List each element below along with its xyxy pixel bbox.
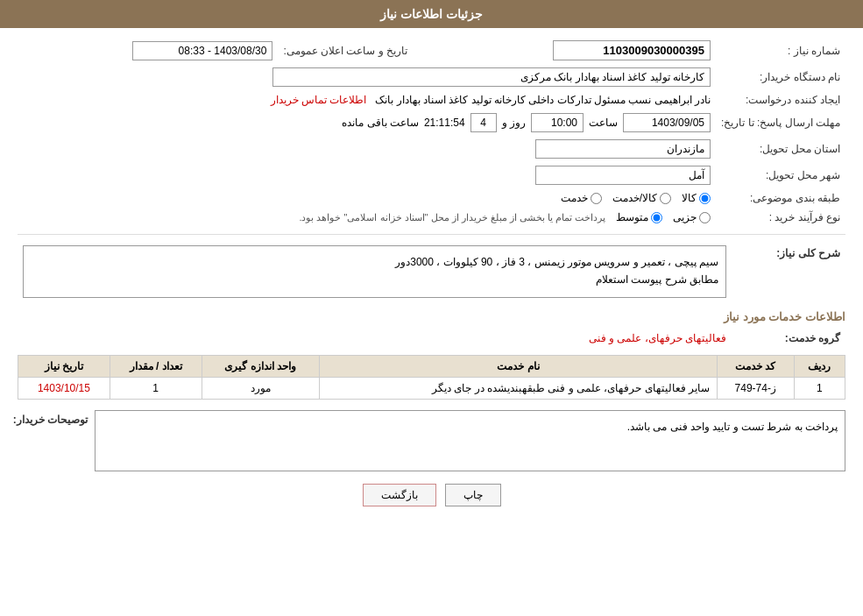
cell-kod: ز-74-749: [717, 378, 794, 400]
page-wrapper: جزئیات اطلاعات نیاز شماره نیاز : 1103009…: [0, 0, 863, 616]
row-sharh: شرح کلی نیاز: سیم پیچی ، تعمیر و سرویس م…: [18, 242, 845, 301]
info-table: شماره نیاز : 1103009030000395 تاریخ و سا…: [18, 37, 845, 227]
radio-jozii-input[interactable]: [699, 212, 711, 223]
farayand-label: نوع فرآیند خرید :: [716, 208, 845, 227]
group-value[interactable]: فعالیتهای حرفهای، علمی و فنی: [589, 332, 726, 344]
col-vahed: واحد اندازه گیری: [202, 356, 319, 378]
table-row: 1 ز-74-749 سایر فعالیتهای حرفهای، علمی و…: [18, 378, 845, 400]
sharh-value: سیم پیچی ، تعمیر و سرویس موتور زیمنس ، 3…: [23, 245, 726, 298]
date-row: 1403/09/05 ساعت 10:00 روز و 4 21:11:54 س…: [23, 113, 711, 132]
rooz-label: روز و: [502, 117, 526, 129]
divider1: [18, 234, 845, 235]
radio-motevaset-label: متوسط: [616, 211, 648, 223]
cell-tedad: 1: [110, 378, 202, 400]
back-button[interactable]: بازگشت: [363, 484, 436, 506]
row-shomare: شماره نیاز : 1103009030000395 تاریخ و سا…: [18, 37, 845, 64]
row-farayand: نوع فرآیند خرید : جزیی متوسط پرداخت تمام…: [18, 208, 845, 227]
radio-kala-label: کالا: [682, 192, 697, 204]
tosih-value: پرداخت به شرط تست و تایید واحد فنی می با…: [627, 421, 838, 433]
col-name: نام خدمت: [319, 356, 717, 378]
sharh-text: سیم پیچی ، تعمیر و سرویس موتور زیمنس ، 3…: [395, 256, 718, 286]
radio-kala-input[interactable]: [699, 193, 711, 204]
col-radif: ردیف: [794, 356, 845, 378]
saat-label: ساعت: [589, 117, 618, 129]
row-tabaghe: طبقه بندی موضوعی: کالا کالا/خدمت: [18, 188, 845, 208]
row-ostan: استان محل تحویل: مازندران: [18, 136, 845, 162]
radio-kala-khidmat-input[interactable]: [660, 193, 671, 204]
sharh-table: شرح کلی نیاز: سیم پیچی ، تعمیر و سرویس م…: [18, 242, 845, 301]
ostan-value: مازندران: [535, 139, 711, 159]
saat-value: 10:00: [531, 113, 584, 132]
sharh-label: شرح کلی نیاز:: [732, 242, 845, 301]
radio-farayand: جزیی متوسط پرداخت تمام یا بخشی از مبلغ خ…: [23, 211, 711, 223]
radio-tabaghe: کالا کالا/خدمت خدمت: [23, 192, 711, 204]
tarikh-elan-label: تاریخ و ساعت اعلان عمومی:: [278, 37, 425, 64]
tabaghe-label: طبقه بندی موضوعی:: [716, 188, 845, 208]
cell-radif: 1: [794, 378, 845, 400]
print-button[interactable]: چاپ: [445, 484, 501, 506]
radio-kala-item[interactable]: کالا: [682, 192, 711, 204]
group-table: گروه خدمت: فعالیتهای حرفهای، علمی و فنی: [18, 329, 845, 348]
row-group: گروه خدمت: فعالیتهای حرفهای، علمی و فنی: [18, 329, 845, 348]
row-ijad: ایجاد کننده درخواست: نادر ابراهیمی نسب م…: [18, 90, 845, 110]
ostan-label: استان محل تحویل:: [716, 136, 845, 162]
radio-jozii-item[interactable]: جزیی: [673, 211, 711, 223]
radio-khidmat-input[interactable]: [591, 193, 602, 204]
radio-khidmat-label: خدمت: [561, 192, 588, 204]
baqi-value: 21:11:54: [424, 117, 465, 129]
col-tarikh: تاریخ نیاز: [18, 356, 110, 378]
baqi-label: ساعت باقی مانده: [342, 117, 419, 129]
ijad-label: ایجاد کننده درخواست:: [716, 90, 845, 110]
service-table-body: 1 ز-74-749 سایر فعالیتهای حرفهای، علمی و…: [18, 378, 845, 400]
row-mohlat: مهلت ارسال پاسخ: تا تاریخ: 1403/09/05 سا…: [18, 110, 845, 136]
rooz-value: 4: [470, 113, 497, 132]
page-header: جزئیات اطلاعات نیاز: [0, 0, 863, 28]
group-label: گروه خدمت:: [732, 329, 845, 348]
content-area: شماره نیاز : 1103009030000395 تاریخ و سا…: [0, 28, 863, 524]
mohlat-label: مهلت ارسال پاسخ: تا تاریخ:: [716, 110, 845, 136]
col-kod: کد خدمت: [717, 356, 794, 378]
col-tedad: تعداد / مقدار: [110, 356, 202, 378]
ijad-value: نادر ابراهیمی نسب مسئول تداركات داخلی کا…: [375, 94, 711, 106]
header-row: ردیف کد خدمت نام خدمت واحد اندازه گیری ت…: [18, 356, 845, 378]
radio-motevaset-item[interactable]: متوسط: [616, 211, 662, 223]
radio-motevaset-input[interactable]: [651, 212, 662, 223]
cell-tarikh: 1403/10/15: [18, 378, 110, 400]
dastgah-value: کارخانه تولید کاغذ اسناد بهادار بانک مرک…: [272, 67, 711, 87]
shomare-value: 1103009030000395: [553, 40, 711, 60]
radio-kala-khidmat-label: کالا/خدمت: [612, 192, 657, 204]
date-value: 1403/09/05: [623, 113, 711, 132]
button-row: چاپ بازگشت: [18, 484, 845, 506]
radio-jozii-label: جزیی: [673, 211, 697, 223]
khadamat-header: اطلاعات خدمات مورد نیاز: [18, 310, 845, 323]
pardakht-text: پرداخت تمام یا بخشی از مبلغ خریدار از مح…: [299, 212, 605, 223]
radio-kala-khidmat-item[interactable]: کالا/خدمت: [612, 192, 671, 204]
tosih-box: پرداخت به شرط تست و تایید واحد فنی می با…: [95, 410, 845, 471]
radio-khidmat-item[interactable]: خدمت: [561, 192, 602, 204]
shahr-value: آمل: [535, 166, 711, 185]
tosih-label: توصیحات خریدار:: [18, 410, 88, 426]
dastgah-label: نام دستگاه خریدار:: [716, 64, 845, 90]
cell-name: سایر فعالیتهای حرفهای، علمی و فنی طبقهبن…: [319, 378, 717, 400]
shahr-label: شهر محل تحویل:: [716, 162, 845, 188]
shomare-label: شماره نیاز :: [716, 37, 845, 64]
service-table-header: ردیف کد خدمت نام خدمت واحد اندازه گیری ت…: [18, 356, 845, 378]
remarks-section: پرداخت به شرط تست و تایید واحد فنی می با…: [18, 410, 845, 471]
row-dastgah: نام دستگاه خریدار: کارخانه تولید کاغذ اس…: [18, 64, 845, 90]
page-title: جزئیات اطلاعات نیاز: [380, 7, 483, 21]
tarikh-elan-value: 1403/08/30 - 08:33: [132, 41, 272, 60]
cell-vahed: مورد: [202, 378, 319, 400]
service-table: ردیف کد خدمت نام خدمت واحد اندازه گیری ت…: [18, 355, 845, 400]
remarks-row: پرداخت به شرط تست و تایید واحد فنی می با…: [18, 410, 845, 471]
row-shahr: شهر محل تحویل: آمل: [18, 162, 845, 188]
tamas-link[interactable]: اطلاعات تماس خریدار: [271, 94, 367, 106]
